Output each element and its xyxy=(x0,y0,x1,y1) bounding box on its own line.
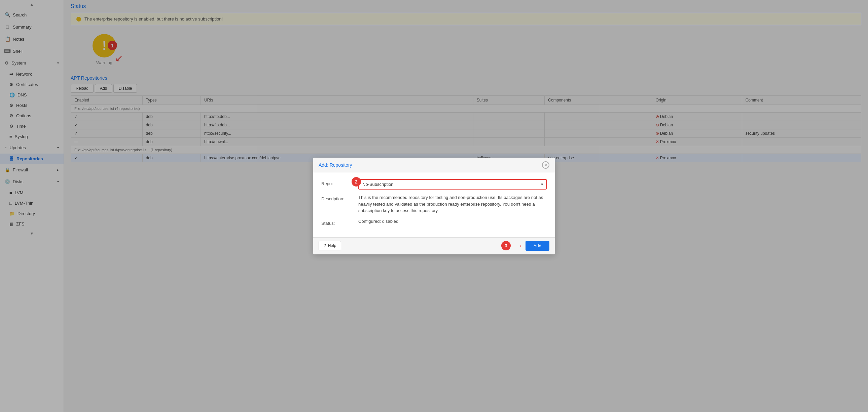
help-button[interactable]: ? Help xyxy=(319,241,341,250)
step-badge-3: 3 xyxy=(501,241,511,250)
help-icon: ? xyxy=(324,243,326,248)
dialog-add-button[interactable]: Add xyxy=(526,241,549,251)
dialog-overlay: Add: Repository ✕ Repo: 2 No-Subscriptio… xyxy=(0,0,868,412)
dialog-header: Add: Repository ✕ xyxy=(313,158,555,172)
status-value: Configured: disabled xyxy=(358,219,398,224)
status-label: Status: xyxy=(321,219,355,226)
status-field: Status: Configured: disabled xyxy=(321,219,547,226)
footer-right: 3 → Add xyxy=(501,241,549,251)
description-text: This is the recommended repository for t… xyxy=(358,194,547,214)
repo-label: Repo: xyxy=(321,179,355,186)
repo-select-wrapper: 2 No-Subscription Enterprise Test ▾ xyxy=(358,179,547,190)
dialog-footer: ? Help 3 → Add xyxy=(313,237,555,254)
arrow-to-add: → xyxy=(516,242,523,250)
dialog-close-button[interactable]: ✕ xyxy=(542,161,549,169)
repo-select[interactable]: No-Subscription Enterprise Test xyxy=(358,179,547,190)
dialog-body: Repo: 2 No-Subscription Enterprise Test … xyxy=(313,172,555,237)
description-label: Description: xyxy=(321,194,355,201)
description-field: Description: This is the recommended rep… xyxy=(321,194,547,214)
add-repository-dialog: Add: Repository ✕ Repo: 2 No-Subscriptio… xyxy=(313,158,555,254)
dialog-title: Add: Repository xyxy=(319,162,352,168)
repo-field: Repo: 2 No-Subscription Enterprise Test … xyxy=(321,179,547,190)
